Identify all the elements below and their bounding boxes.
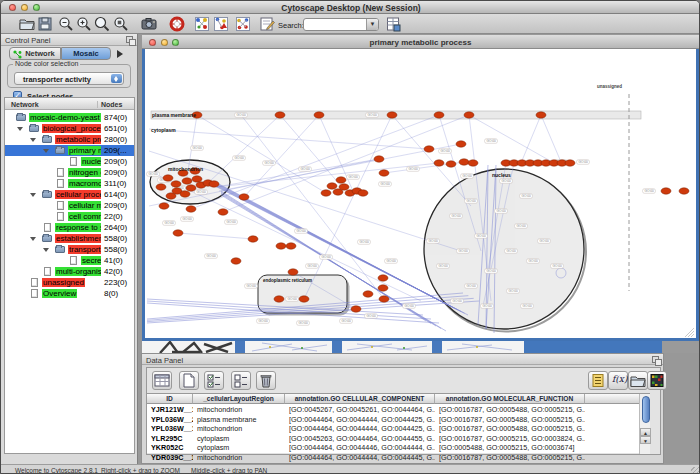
table-cell[interactable]: [GO:0005488, GO:0005215, GO:0003674] — [435, 443, 585, 453]
table-cell[interactable]: [GO:0044464, GO:0044444, GO:0044445, G..… — [285, 453, 435, 463]
new-attribute-icon[interactable] — [179, 371, 199, 390]
tree-row[interactable]: nucleobase-209(0) — [5, 156, 134, 167]
table-cell[interactable]: YLR295C — [147, 434, 193, 444]
tree-row[interactable]: cellular process614(0) — [5, 189, 134, 200]
background-window-titlebar[interactable] — [524, 341, 662, 353]
network-edge[interactable] — [191, 115, 439, 209]
network-node[interactable] — [192, 176, 202, 182]
network-node[interactable] — [327, 183, 337, 189]
network-tool-icon-1[interactable] — [194, 16, 210, 32]
scrollbar-thumb[interactable] — [642, 396, 650, 423]
network-node[interactable] — [274, 296, 284, 302]
network-node[interactable] — [209, 181, 219, 187]
column-header[interactable]: annotation.GO CELLULAR_COMPONENT — [285, 394, 435, 404]
import-attributes-icon[interactable] — [628, 371, 648, 390]
network-node[interactable] — [286, 243, 296, 249]
table-cell[interactable]: YPL036W__1 — [147, 424, 193, 434]
network-node[interactable] — [156, 184, 166, 190]
expand-arrow-icon[interactable] — [43, 248, 49, 252]
network-node[interactable] — [182, 178, 192, 184]
network-canvas[interactable]: GO:00GO:00GO:00GO:00GO:00GO:00GO:00GO:00… — [145, 49, 696, 338]
background-window-border[interactable] — [235, 341, 245, 353]
expand-arrow-icon[interactable] — [43, 149, 49, 153]
network-node[interactable] — [231, 258, 241, 264]
network-node[interactable] — [186, 206, 196, 212]
table-cell[interactable]: [GO:0016787, GO:0005488, GO:0005215, G..… — [435, 415, 585, 425]
expand-arrow-icon[interactable] — [30, 138, 36, 142]
table-cell[interactable]: [GO:0045263, GO:0044464, GO:0044455, G..… — [285, 434, 435, 444]
network-node[interactable] — [173, 230, 183, 236]
scroll-down-icon[interactable]: ▼ — [640, 436, 651, 444]
tree-row[interactable]: unassigned223(0) — [5, 277, 134, 288]
table-cell[interactable]: [GO:0044464, GO:0044444, GO:0044425, G..… — [285, 424, 435, 434]
expand-arrow-icon[interactable] — [17, 127, 23, 131]
snapshot-icon[interactable] — [141, 16, 157, 32]
table-cell[interactable]: mitochondrion — [193, 405, 285, 415]
network-node[interactable] — [387, 112, 397, 118]
network-node[interactable] — [351, 306, 361, 312]
tab-overflow-arrow-icon[interactable] — [117, 50, 123, 58]
table-cell[interactable]: [GO:0044464, GO:0044444, GO:0044425, G..… — [285, 415, 435, 425]
network-node[interactable] — [248, 236, 258, 242]
network-node[interactable] — [159, 203, 169, 209]
network-edge[interactable] — [178, 233, 253, 239]
network-node[interactable] — [288, 269, 298, 275]
background-windows[interactable] — [142, 341, 699, 353]
network-edge[interactable] — [541, 115, 561, 162]
select-attributes-icon[interactable] — [204, 371, 224, 390]
table-cell[interactable]: YDR039C__1 — [147, 453, 193, 463]
table-cell[interactable]: YKR052C — [147, 443, 193, 453]
network-edge[interactable] — [280, 115, 341, 186]
tab-network[interactable]: Network — [9, 47, 61, 60]
table-scrollbar[interactable]: ▲ ▼ — [639, 394, 650, 454]
annotation-icon[interactable] — [259, 16, 275, 32]
network-node[interactable] — [459, 159, 469, 165]
network-node[interactable] — [336, 177, 346, 183]
zoom-selected-icon[interactable] — [113, 16, 129, 32]
network-node[interactable] — [321, 190, 331, 196]
canvas-resize-grip[interactable] — [685, 328, 694, 337]
save-icon[interactable] — [37, 16, 53, 32]
tree-row[interactable]: establishment of lo558(0) — [5, 233, 134, 244]
table-cell[interactable]: [GO:0016787, GO:0005215, GO:0003824, G..… — [435, 434, 585, 444]
column-header[interactable]: _cellularLayoutRegion — [193, 394, 285, 404]
zoom-in-icon[interactable] — [76, 16, 92, 32]
background-window-border[interactable] — [432, 341, 442, 353]
network-node[interactable] — [186, 185, 196, 191]
table-cell[interactable]: YJR121W__1 — [147, 405, 193, 415]
network-edge[interactable] — [392, 115, 471, 206]
network-node[interactable] — [464, 112, 474, 118]
tree-row[interactable]: nitrogen compo209(0) — [5, 167, 134, 178]
zoom-fit-icon[interactable] — [94, 16, 110, 32]
float-data-panel-icon[interactable] — [652, 356, 659, 363]
delete-attribute-icon[interactable] — [256, 371, 276, 390]
table-cell[interactable]: cytoplasm — [193, 434, 285, 444]
network-tool-icon-3[interactable] — [235, 16, 251, 32]
network-node[interactable] — [171, 181, 181, 187]
tree-row[interactable]: biological_process651(0) — [5, 123, 134, 134]
float-panel-icon[interactable] — [126, 36, 133, 43]
network-node[interactable] — [379, 170, 389, 176]
tree-row[interactable]: metabolic process280(0) — [5, 134, 134, 145]
network-node[interactable] — [434, 112, 444, 118]
tree-col-nodes[interactable]: Nodes — [97, 101, 122, 108]
table-cell[interactable]: [GO:0016787, GO:0005488, GO:0005215, G..… — [435, 453, 585, 463]
table-cell[interactable]: [GO:0045267, GO:0045261, GO:0044464, G..… — [285, 405, 435, 415]
table-cell[interactable]: [GO:0016787, GO:0005488, GO:0005215, G..… — [435, 405, 585, 415]
network-node[interactable] — [536, 112, 546, 118]
table-cell[interactable]: [GO:0016787, GO:0005488, GO:0005215, G..… — [435, 424, 585, 434]
network-edge[interactable] — [216, 163, 439, 187]
network-edge[interactable] — [521, 115, 541, 163]
network-edge[interactable] — [469, 115, 554, 163]
tree-row[interactable]: multi-organism pro42(0) — [5, 266, 134, 277]
tree-row[interactable]: mosaic-demo-yeast874(0) — [5, 112, 134, 123]
tree-row[interactable]: cellular metabol209(0) — [5, 200, 134, 211]
matrix-icon[interactable] — [647, 371, 667, 390]
expand-arrow-icon[interactable] — [30, 193, 36, 197]
tree-row[interactable]: response to stimulu264(0) — [5, 222, 134, 233]
attribute-grid-icon[interactable] — [152, 371, 172, 390]
network-tool-icon-2[interactable] — [213, 16, 229, 32]
tree-row[interactable]: macromolecule311(0) — [5, 178, 134, 189]
network-node[interactable] — [314, 112, 324, 118]
tree-row[interactable]: primary metabol209(... — [5, 145, 134, 156]
